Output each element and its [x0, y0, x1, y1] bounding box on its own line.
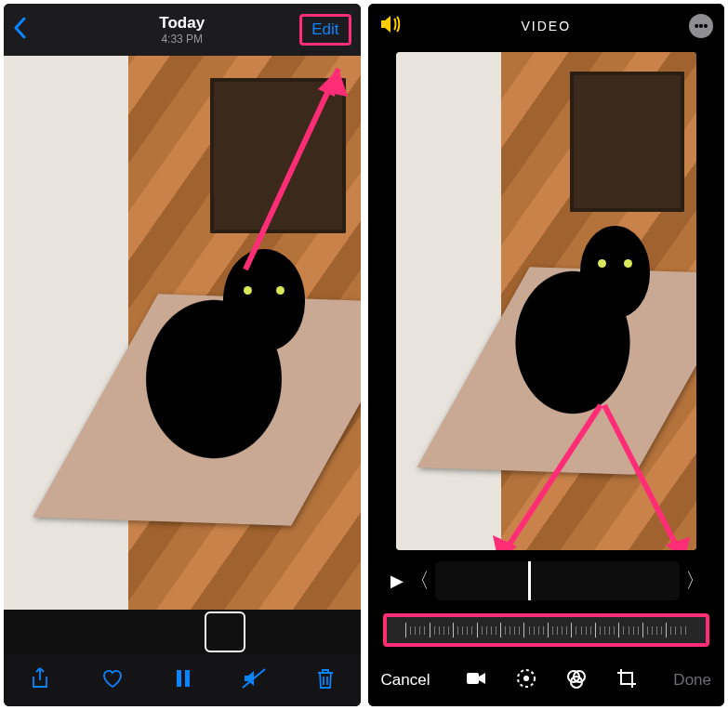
title-block: Today 4:33 PM	[159, 14, 205, 46]
play-button[interactable]: ▶	[390, 571, 404, 591]
crop-icon[interactable]	[615, 667, 638, 693]
video-frame-image	[4, 56, 361, 610]
title-day: Today	[159, 14, 205, 33]
filters-icon[interactable]	[565, 667, 588, 693]
title-time: 4:33 PM	[159, 33, 205, 46]
video-mode-icon[interactable]	[465, 667, 487, 693]
edit-preview[interactable]	[396, 52, 697, 550]
volume-icon[interactable]	[379, 15, 402, 37]
cancel-button[interactable]: Cancel	[381, 671, 430, 690]
svg-rect-3	[177, 670, 181, 687]
delete-button[interactable]	[315, 667, 336, 693]
back-button[interactable]	[13, 17, 41, 44]
thumb-item[interactable]	[121, 613, 158, 651]
svg-rect-10	[467, 673, 479, 684]
viewer-toolbar	[4, 654, 361, 706]
edit-toolbar: Cancel Done	[368, 654, 725, 706]
edit-header: VIDEO •••	[368, 4, 725, 48]
thumbnail-strip[interactable]	[4, 610, 361, 654]
thumb-item[interactable]	[164, 613, 201, 651]
more-button[interactable]: •••	[689, 14, 713, 38]
svg-rect-4	[185, 670, 190, 687]
trim-handle-left[interactable]: 〈	[409, 567, 430, 595]
mode-label: VIDEO	[521, 19, 571, 33]
trim-handle-right[interactable]: 〉	[685, 567, 706, 595]
mute-button[interactable]	[242, 668, 266, 692]
fine-scrub-ruler[interactable]	[383, 613, 710, 647]
adjust-icon[interactable]	[515, 667, 537, 693]
share-button[interactable]	[29, 666, 51, 694]
timeline-frames[interactable]	[435, 561, 681, 600]
pause-button[interactable]	[174, 668, 192, 692]
thumb-item-selected[interactable]	[206, 613, 244, 651]
edit-mode-icons	[465, 667, 638, 693]
photos-viewer-screen: Today 4:33 PM Edit	[4, 4, 361, 706]
trim-timeline[interactable]: ▶ 〈 〉	[383, 558, 710, 604]
viewer-header: Today 4:33 PM Edit	[4, 4, 361, 56]
favorite-button[interactable]	[100, 667, 125, 693]
edit-body: ▶ 〈 〉	[368, 48, 725, 654]
media-viewport[interactable]	[4, 56, 361, 610]
edit-button[interactable]: Edit	[299, 14, 351, 46]
video-frame-image	[396, 52, 697, 550]
done-button[interactable]: Done	[673, 671, 711, 690]
video-edit-screen: VIDEO ••• ▶ 〈	[368, 4, 725, 706]
svg-point-12	[523, 676, 529, 681]
